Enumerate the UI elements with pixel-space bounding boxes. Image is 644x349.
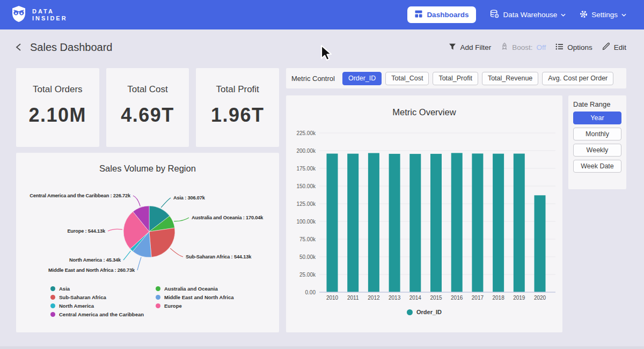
bar-2010[interactable] [327, 154, 338, 292]
svg-text:25.00k: 25.00k [299, 272, 316, 278]
legend-dot [50, 295, 55, 300]
svg-text:175.00k: 175.00k [296, 166, 316, 172]
options-button[interactable]: Options [555, 43, 592, 52]
gear-icon [580, 10, 588, 20]
brand-logo[interactable]: DATA INSIDER [11, 5, 68, 25]
add-filter-button[interactable]: Add Filter [449, 43, 491, 52]
legend-dot [156, 286, 160, 291]
owl-logo-icon [11, 5, 27, 25]
pie-chart-title: Sales Volume by Region [16, 164, 279, 174]
pie-chart-card: Sales Volume by Region Asia : 306.07kAus… [16, 153, 279, 332]
svg-text:225.00k: 225.00k [296, 130, 316, 136]
data-warehouse-menu[interactable]: Data Warehouse [490, 10, 566, 20]
legend-dot [50, 303, 55, 308]
bar-chart: 0.0025.00k50.00k75.00k100.00k125.00k150.… [286, 95, 562, 307]
bar-2011[interactable] [347, 154, 358, 292]
kpi-label: Total Orders [33, 84, 83, 95]
bar-chart-legend: Order_ID [286, 309, 562, 315]
rocket-icon [501, 42, 508, 52]
date-range-option-year[interactable]: Year [573, 112, 621, 124]
bar-2020[interactable] [535, 195, 546, 292]
kpi-value: 1.96T [211, 104, 265, 127]
svg-text:2018: 2018 [492, 295, 504, 301]
svg-text:2016: 2016 [451, 295, 463, 301]
pie-label-north-america: North America : 45.34k [69, 257, 121, 263]
page-header: Sales Dashboard Add Filter Boost:Off [0, 29, 644, 65]
metric-option-order-id[interactable]: Order_ID [342, 72, 382, 85]
legend-dot [156, 295, 160, 300]
back-button[interactable] [15, 43, 24, 51]
kpi-card-total-orders: Total Orders 2.10M [16, 68, 99, 147]
svg-text:2013: 2013 [389, 295, 401, 301]
kpi-card-total-profit: Total Profit 1.96T [196, 68, 279, 147]
settings-menu[interactable]: Settings [580, 10, 626, 20]
pie-label-central-america-and-the-caribbean: Central America and the Caribbean : 226.… [30, 193, 131, 198]
pie-label-asia: Asia : 306.07k [173, 195, 206, 201]
legend-item-australia-and-oceania: Australia and Oceania [156, 285, 234, 292]
bar-2019[interactable] [514, 154, 525, 292]
dashboards-grid-icon [415, 10, 422, 19]
legend-dot [407, 309, 413, 315]
svg-text:2011: 2011 [347, 295, 359, 301]
date-range-label: Date Range [573, 100, 621, 108]
svg-text:2010: 2010 [326, 295, 339, 301]
legend-dot [156, 303, 160, 308]
svg-text:2017: 2017 [472, 295, 484, 301]
bar-2016[interactable] [451, 153, 463, 292]
kpi-value: 4.69T [121, 104, 174, 127]
bar-2014[interactable] [409, 154, 421, 292]
svg-text:100.00k: 100.00k [296, 219, 316, 225]
metric-option-total-profit[interactable]: Total_Profit [433, 72, 478, 85]
legend-item-sub-saharan-africa: Sub-Saharan Africa [50, 294, 156, 300]
dashboards-button[interactable]: Dashboards [407, 6, 476, 23]
date-range-panel: Date Range YearMonthlyWeeklyWeek Date [568, 95, 626, 189]
bar-2017[interactable] [472, 153, 483, 292]
pie-slice-sub-saharan-africa[interactable] [149, 228, 175, 257]
svg-text:2014: 2014 [409, 295, 422, 301]
pie-legend: AsiaSub-Saharan AfricaNorth AmericaCentr… [50, 285, 234, 317]
window-bottom-edge [0, 346, 644, 349]
legend-item-europe: Europe [156, 302, 234, 309]
edit-button[interactable]: Edit [602, 42, 626, 52]
filter-funnel-icon [449, 43, 456, 52]
svg-text:0.00: 0.00 [305, 289, 316, 295]
metric-option-avg-cost-per-order[interactable]: Avg. Cost per Order [542, 72, 613, 85]
legend-item-central-america-and-the-caribbean: Central America and the Caribbean [50, 311, 156, 317]
legend-dot [50, 312, 55, 317]
pie-label-middle-east-and-north-africa: Middle East and North Africa : 260.73k [48, 268, 135, 273]
svg-text:2015: 2015 [430, 295, 442, 301]
legend-item-asia: Asia [50, 285, 156, 292]
legend-item-middle-east-and-north-africa: Middle East and North Africa [156, 294, 234, 300]
kpi-value: 2.10M [29, 104, 87, 127]
svg-text:150.00k: 150.00k [296, 183, 316, 189]
bar-2018[interactable] [493, 154, 504, 292]
chevron-down-icon [561, 13, 566, 17]
brand-name: DATA INSIDER [32, 8, 68, 22]
bar-2015[interactable] [430, 154, 442, 292]
metric-control-label: Metric Control [291, 75, 335, 83]
date-range-option-week-date[interactable]: Week Date [573, 160, 621, 173]
pie-label-australia-and-oceania: Australia and Oceania : 170.04k [192, 215, 264, 220]
metric-option-total-revenue[interactable]: Total_Revenue [482, 72, 538, 85]
bar-chart-card: Metric Overview 0.0025.00k50.00k75.00k10… [286, 95, 562, 332]
boost-toggle[interactable]: Boost:Off [501, 42, 546, 52]
date-range-option-monthly[interactable]: Monthly [573, 128, 621, 140]
kpi-card-total-cost: Total Cost 4.69T [106, 68, 189, 147]
bar-2012[interactable] [368, 153, 379, 292]
legend-label: Order_ID [416, 309, 442, 315]
bar-2013[interactable] [389, 154, 400, 292]
svg-text:2019: 2019 [513, 295, 525, 301]
kpi-label: Total Profit [216, 84, 259, 95]
metric-control-panel: Metric Control Order_IDTotal_CostTotal_P… [286, 68, 626, 88]
page-title: Sales Dashboard [30, 41, 112, 54]
date-range-option-weekly[interactable]: Weekly [573, 144, 621, 157]
database-icon [490, 10, 499, 20]
svg-text:75.00k: 75.00k [299, 236, 316, 242]
legend-item-north-america: North America [50, 302, 156, 309]
kpi-row: Total Orders 2.10M Total Cost 4.69T Tota… [16, 68, 279, 147]
boost-state: Off [536, 43, 546, 51]
metric-option-total-cost[interactable]: Total_Cost [385, 72, 429, 85]
kpi-label: Total Cost [127, 84, 168, 95]
pencil-icon [602, 42, 610, 52]
svg-text:200.00k: 200.00k [296, 148, 316, 154]
